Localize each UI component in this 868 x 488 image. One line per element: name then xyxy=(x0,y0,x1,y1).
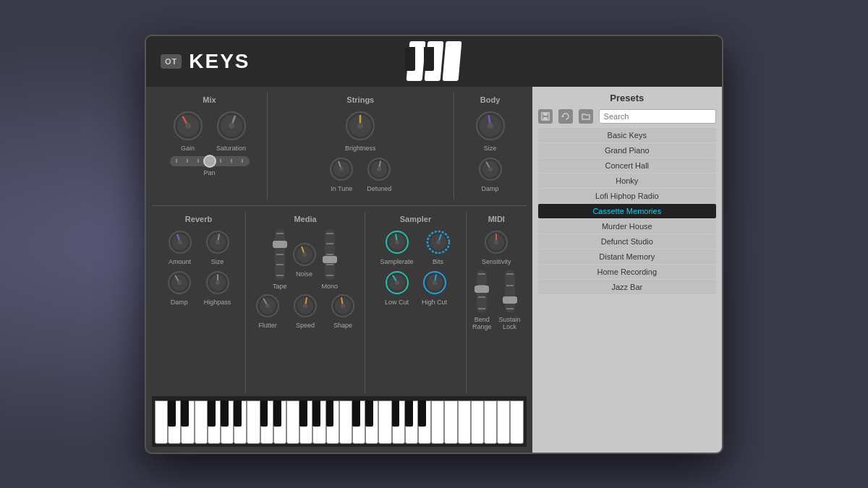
instrument-area: Mix Gain xyxy=(146,87,532,453)
reverb-size-knob[interactable] xyxy=(205,229,231,255)
black-key[interactable] xyxy=(168,401,176,427)
tape-thumb[interactable] xyxy=(273,241,287,248)
speed-knob-container: Speed xyxy=(292,293,318,329)
bend-range-fader[interactable] xyxy=(477,270,487,313)
black-key[interactable] xyxy=(181,401,189,427)
black-key[interactable] xyxy=(234,401,242,427)
white-key[interactable] xyxy=(471,401,484,444)
sustain-lock-marks xyxy=(506,270,514,313)
sensitivity-knob-container: Sensitivity xyxy=(482,229,511,265)
svg-point-38 xyxy=(265,304,270,308)
preset-item[interactable]: Murder House xyxy=(538,219,716,234)
svg-point-17 xyxy=(488,123,493,129)
gain-knob[interactable] xyxy=(172,110,204,142)
section-reverb: Reverb Amount xyxy=(152,212,246,393)
preset-item[interactable]: Home Recording xyxy=(538,265,716,279)
logo-ot: OT xyxy=(161,54,182,69)
reverb-damp-knob[interactable] xyxy=(166,270,192,296)
top-row: Mix Gain xyxy=(152,93,527,206)
white-key[interactable] xyxy=(286,401,299,444)
preset-item[interactable]: Distant Memory xyxy=(538,249,716,264)
black-key[interactable] xyxy=(299,401,307,427)
black-key[interactable] xyxy=(221,401,229,427)
noise-knob[interactable] xyxy=(292,241,318,267)
sustain-lock-thumb[interactable] xyxy=(503,296,517,304)
shape-knob[interactable] xyxy=(330,293,356,319)
preset-item[interactable]: Jazz Bar xyxy=(538,280,716,294)
white-key[interactable] xyxy=(339,401,352,444)
black-key[interactable] xyxy=(392,401,400,427)
folder-preset-button[interactable] xyxy=(579,109,593,124)
black-key[interactable] xyxy=(312,401,320,427)
sensitivity-knob[interactable] xyxy=(483,229,509,255)
tape-fader[interactable] xyxy=(275,229,285,280)
samplerate-knob-container: Samplerate xyxy=(380,229,413,265)
samplerate-label: Samplerate xyxy=(380,258,413,265)
black-key[interactable] xyxy=(418,401,426,427)
svg-point-41 xyxy=(303,304,307,308)
bits-knob[interactable] xyxy=(425,229,451,255)
white-key[interactable] xyxy=(510,401,523,444)
white-key[interactable] xyxy=(195,401,208,444)
logo-keys: KEYS xyxy=(189,50,250,73)
white-key[interactable] xyxy=(378,401,391,444)
strings-title: Strings xyxy=(275,95,446,104)
black-key[interactable] xyxy=(365,401,373,427)
detuned-knob[interactable] xyxy=(366,156,392,182)
body-damp-knob[interactable] xyxy=(477,156,503,182)
reverb-top-row: Amount Size xyxy=(158,229,239,265)
white-key[interactable] xyxy=(458,401,471,444)
detuned-knob-container: Detuned xyxy=(366,156,392,192)
white-key[interactable] xyxy=(444,401,457,444)
refresh-preset-button[interactable] xyxy=(558,109,573,124)
mono-thumb[interactable] xyxy=(323,256,337,263)
saturation-knob[interactable] xyxy=(216,110,247,142)
lowcut-knob[interactable] xyxy=(384,270,410,296)
speed-knob[interactable] xyxy=(292,293,318,319)
piano-logo xyxy=(408,41,460,81)
amount-knob-container: Amount xyxy=(167,229,193,265)
gain-knob-container: Gain xyxy=(172,110,204,152)
black-key[interactable] xyxy=(260,401,268,427)
svg-point-26 xyxy=(216,240,220,244)
mono-fader[interactable] xyxy=(325,229,335,280)
highcut-knob[interactable] xyxy=(422,270,448,296)
pan-container: Pan xyxy=(159,156,260,176)
preset-item[interactable]: Grand Piano xyxy=(538,143,716,158)
preset-search-input[interactable] xyxy=(599,109,716,124)
flutter-knob[interactable] xyxy=(255,293,281,319)
bend-range-thumb[interactable] xyxy=(475,286,489,293)
preset-item[interactable]: Lofi Hiphop Radio xyxy=(538,189,716,203)
svg-rect-61 xyxy=(543,113,548,116)
body-size-knob[interactable] xyxy=(475,110,506,142)
black-key[interactable] xyxy=(208,401,216,427)
body-damp-row: Damp xyxy=(461,156,519,192)
black-key[interactable] xyxy=(352,401,360,427)
pan-slider[interactable] xyxy=(170,156,250,166)
intune-knob[interactable] xyxy=(328,156,354,182)
preset-item[interactable]: Concert Hall xyxy=(538,158,716,173)
mono-fader-marks xyxy=(326,229,333,280)
white-key[interactable] xyxy=(431,401,444,444)
highpass-knob[interactable] xyxy=(205,270,231,296)
bottom-row: Reverb Amount xyxy=(152,212,527,393)
preset-item[interactable]: Cassette Memories xyxy=(538,204,716,218)
white-key[interactable] xyxy=(497,401,510,444)
black-key[interactable] xyxy=(273,401,281,427)
pan-thumb[interactable] xyxy=(203,155,216,168)
white-key[interactable] xyxy=(155,401,168,444)
sustain-lock-fader[interactable] xyxy=(505,270,515,313)
black-key[interactable] xyxy=(326,401,334,427)
highcut-knob-container: High Cut xyxy=(422,270,448,306)
white-key[interactable] xyxy=(484,401,497,444)
samplerate-knob[interactable] xyxy=(384,229,410,255)
amount-knob[interactable] xyxy=(167,229,193,255)
save-preset-button[interactable] xyxy=(538,109,553,124)
white-key[interactable] xyxy=(247,401,260,444)
black-key[interactable] xyxy=(405,401,413,427)
preset-item[interactable]: Honky xyxy=(538,174,716,188)
brightness-knob[interactable] xyxy=(344,110,376,142)
preset-item[interactable]: Basic Keys xyxy=(538,128,716,142)
preset-item[interactable]: Defunct Studio xyxy=(538,234,716,249)
brightness-label: Brightness xyxy=(345,145,376,152)
